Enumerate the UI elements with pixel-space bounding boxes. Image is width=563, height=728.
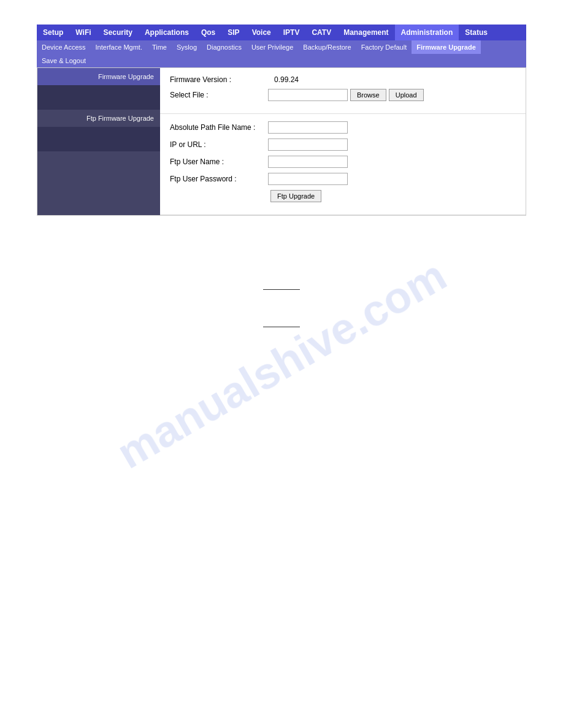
main-content: Firmware Upgrade Ftp Firmware Upgrade Fi… — [37, 67, 526, 216]
top-nav-item-sip[interactable]: SIP — [221, 25, 245, 40]
file-input-box — [268, 89, 348, 101]
sub-nav-item-factory-default[interactable]: Factory Default — [356, 40, 412, 54]
top-nav-item-setup[interactable]: Setup — [37, 25, 69, 40]
top-nav-item-status[interactable]: Status — [459, 25, 494, 40]
top-nav-item-wifi[interactable]: WiFi — [69, 25, 97, 40]
sidebar-item-ftp-firmware-upgrade[interactable]: Ftp Firmware Upgrade — [37, 110, 160, 127]
top-nav-item-catv[interactable]: CATV — [305, 25, 337, 40]
ftp-user-input[interactable] — [268, 156, 348, 168]
content-panel: Firmware Version : 0.99.24 Select File :… — [160, 68, 526, 215]
absolute-path-input[interactable] — [268, 121, 348, 134]
sub-nav-item-user-privilege[interactable]: User Privilege — [247, 40, 298, 54]
underline-area-2 — [37, 327, 526, 327]
ip-url-row: IP or URL : — [170, 138, 516, 151]
sidebar: Firmware Upgrade Ftp Firmware Upgrade — [37, 68, 160, 215]
firmware-version-row: Firmware Version : 0.99.24 — [170, 75, 516, 84]
firmware-version-label: Firmware Version : — [170, 75, 268, 84]
firmware-version-value: 0.99.24 — [274, 75, 299, 84]
underline-area-1 — [37, 289, 526, 290]
select-file-label: Select File : — [170, 91, 268, 99]
top-nav-item-applications[interactable]: Applications — [139, 25, 195, 40]
top-nav-item-voice[interactable]: Voice — [246, 25, 277, 40]
sub-nav-item-backup-restore[interactable]: Backup/Restore — [298, 40, 356, 54]
ftp-user-label: Ftp User Name : — [170, 157, 268, 166]
top-nav-item-iptv[interactable]: IPTV — [277, 25, 306, 40]
sub-nav-item-save-logout[interactable]: Save & Logout — [37, 54, 91, 67]
top-nav-item-security[interactable]: Security — [98, 25, 139, 40]
underline-bar-1 — [263, 289, 300, 290]
ftp-user-row: Ftp User Name : — [170, 156, 516, 168]
upload-button[interactable]: Upload — [389, 89, 424, 101]
firmware-upgrade-section: Firmware Version : 0.99.24 Select File :… — [160, 68, 526, 114]
sub-nav-item-device-access[interactable]: Device Access — [37, 40, 91, 54]
top-nav-item-qos[interactable]: Qos — [195, 25, 221, 40]
ftp-password-input[interactable] — [268, 173, 348, 185]
ftp-upgrade-btn-row: Ftp Upgrade — [170, 190, 516, 202]
ip-url-input[interactable] — [268, 138, 348, 151]
sub-nav-item-syslog[interactable]: Syslog — [172, 40, 202, 54]
sub-nav: Device AccessInterface Mgmt.TimeSyslogDi… — [37, 40, 526, 67]
absolute-path-row: Absolute Path File Name : — [170, 121, 516, 134]
ftp-upgrade-button[interactable]: Ftp Upgrade — [270, 190, 321, 202]
browse-button[interactable]: Browse — [350, 89, 386, 101]
file-input-row: Browse Upload — [268, 89, 424, 101]
sidebar-spacer-2 — [37, 127, 160, 151]
ip-url-label: IP or URL : — [170, 140, 268, 149]
sidebar-item-firmware-upgrade[interactable]: Firmware Upgrade — [37, 68, 160, 85]
top-nav-item-management[interactable]: Management — [337, 25, 394, 40]
sub-nav-item-firmware-upgrade[interactable]: Firmware Upgrade — [412, 40, 481, 54]
underline-bar-2 — [263, 327, 300, 327]
ftp-password-row: Ftp User Password : — [170, 173, 516, 185]
sub-nav-item-diagnostics[interactable]: Diagnostics — [202, 40, 247, 54]
sub-nav-item-time[interactable]: Time — [147, 40, 172, 54]
ftp-password-label: Ftp User Password : — [170, 175, 268, 183]
absolute-path-label: Absolute Path File Name : — [170, 123, 268, 132]
select-file-row: Select File : Browse Upload — [170, 89, 516, 101]
sub-nav-item-interface-mgmt-[interactable]: Interface Mgmt. — [91, 40, 147, 54]
ftp-firmware-upgrade-section: Absolute Path File Name : IP or URL : Ft… — [160, 114, 526, 215]
sidebar-spacer-1 — [37, 85, 160, 110]
top-nav: SetupWiFiSecurityApplicationsQosSIPVoice… — [37, 25, 526, 40]
page-wrapper: SetupWiFiSecurityApplicationsQosSIPVoice… — [0, 0, 563, 358]
top-nav-item-administration[interactable]: Administration — [395, 25, 459, 40]
